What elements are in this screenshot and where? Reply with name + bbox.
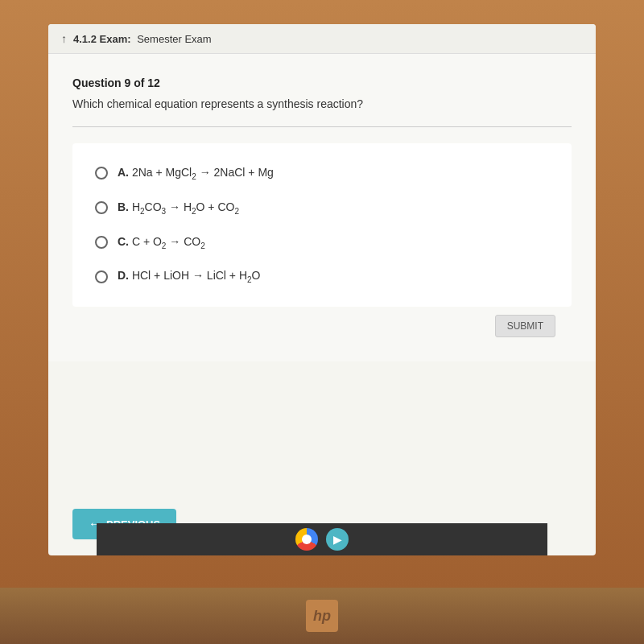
submit-area: SUBMIT [72, 307, 572, 345]
breadcrumb-sub-label: Semester Exam [137, 33, 211, 45]
option-a-label: A. 2Na + MgCl2 → 2NaCl + Mg [118, 166, 274, 181]
option-c-label: C. C + O2 → CO2 [118, 235, 205, 250]
hp-logo: hp [306, 600, 338, 632]
radio-d[interactable] [95, 270, 108, 283]
radio-a[interactable] [95, 167, 108, 180]
radio-c[interactable] [95, 236, 108, 249]
main-content: Question 9 of 12 Which chemical equation… [48, 54, 596, 361]
option-d[interactable]: D. HCl + LiOH → LiCl + H2O [89, 259, 555, 294]
radio-b[interactable] [95, 201, 108, 214]
option-b[interactable]: B. H2CO3 → H2O + CO2 [89, 191, 555, 225]
question-number: Question 9 of 12 [72, 76, 572, 89]
breadcrumb-exam: 4.1.2 Exam: Semester Exam [73, 33, 212, 45]
screen-area: ↑ 4.1.2 Exam: Semester Exam Question 9 o… [48, 24, 596, 555]
options-container: A. 2Na + MgCl2 → 2NaCl + Mg B. H2CO3 → H… [72, 143, 572, 307]
laptop-bottom: hp [0, 588, 644, 644]
option-d-label: D. HCl + LiOH → LiCl + H2O [118, 269, 261, 284]
option-b-label: B. H2CO3 → H2O + CO2 [118, 200, 239, 216]
divider [72, 126, 572, 127]
question-text: Which chemical equation represents a syn… [72, 97, 572, 110]
breadcrumb-label: 4.1.2 Exam: [73, 33, 131, 45]
play-icon[interactable]: ▶ [326, 528, 349, 551]
taskbar: ▶ [97, 523, 547, 555]
chrome-icon[interactable] [295, 528, 318, 551]
option-a[interactable]: A. 2Na + MgCl2 → 2NaCl + Mg [89, 156, 555, 191]
submit-button[interactable]: SUBMIT [495, 315, 555, 337]
top-bar: ↑ 4.1.2 Exam: Semester Exam [48, 24, 596, 54]
breadcrumb-arrow-icon: ↑ [61, 32, 67, 45]
option-c[interactable]: C. C + O2 → CO2 [89, 225, 555, 260]
